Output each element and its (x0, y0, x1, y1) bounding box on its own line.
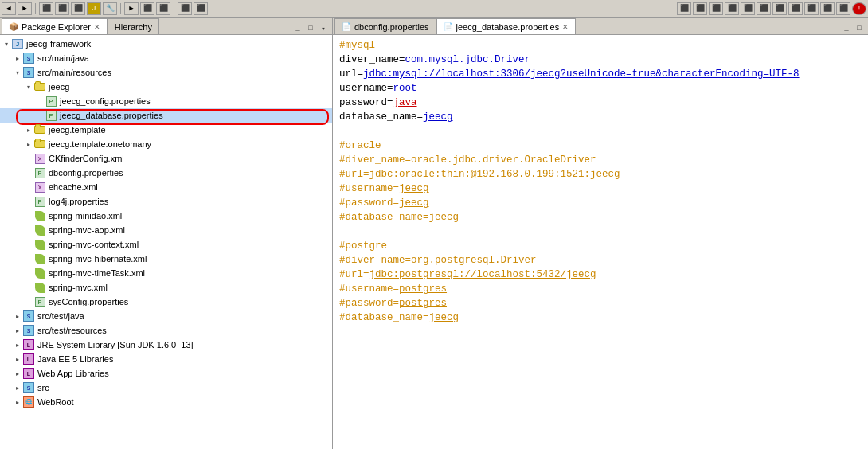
tree-arrow[interactable]: ▸ (13, 383, 22, 392)
tree-arrow[interactable] (24, 154, 33, 163)
tree-item[interactable]: Pjeecg_database.properties (0, 108, 332, 123)
toolbar-btn-19[interactable]: ⬛ (804, 2, 819, 15)
tree-item[interactable]: ▸🌐WebRoot (0, 395, 332, 409)
tree-item[interactable]: Xehcache.xml (0, 180, 332, 194)
tree-arrow[interactable] (24, 197, 33, 206)
tree-item[interactable]: XCKfinderConfig.xml (0, 151, 332, 166)
tree-item[interactable]: Pjeecg_config.properties (0, 94, 332, 108)
toolbar-btn-3[interactable]: ⬛ (71, 2, 85, 15)
back-button[interactable]: ◀ (2, 2, 16, 15)
toolbar-btn-21[interactable]: ⬛ (836, 2, 850, 15)
toolbar-btn-14[interactable]: ⬛ (725, 2, 739, 15)
tree-arrow[interactable]: ▸ (13, 354, 22, 364)
tree-item[interactable]: spring-mvc-hibernate.xml (0, 252, 332, 266)
tree-item[interactable]: Plog4j.properties (0, 194, 332, 209)
toolbar-btn-12[interactable]: ⬛ (693, 2, 707, 15)
tree-item[interactable]: Pdbconfig.properties (0, 166, 332, 180)
tree-arrow[interactable]: ▸ (13, 397, 22, 407)
code-editor[interactable]: #mysqldiver_name=com.mysql.jdbc.Driverur… (333, 35, 868, 449)
maximize-editor-button[interactable]: □ (854, 23, 865, 34)
code-line: #mysql (339, 38, 862, 53)
tree-item[interactable]: ▸LJRE System Library [Sun JDK 1.6.0_13] (0, 338, 332, 352)
jeecg-db-tab-close[interactable]: ✕ (562, 23, 569, 31)
tree-item[interactable]: spring-mvc-timeTask.xml (0, 266, 332, 280)
tree-item[interactable]: ▸jeecg.template (0, 123, 332, 137)
tab-dbconfig[interactable]: 📄 dbconfig.properties (334, 18, 436, 34)
maximize-left-button[interactable]: □ (305, 23, 316, 34)
tree-arrow[interactable]: ▸ (13, 369, 22, 378)
tree-item[interactable]: ▸Ssrc (0, 381, 332, 395)
code-line: username=root (339, 81, 862, 96)
tree-label: jeecg.template (49, 125, 330, 135)
code-line: #database_name=jeecg (339, 310, 862, 325)
toolbar-btn-13[interactable]: ⬛ (709, 2, 723, 15)
toolbar-btn-6[interactable]: ▶ (124, 2, 139, 15)
tree-item[interactable]: ▸Ssrc/test/java (0, 309, 332, 323)
tree-arrow[interactable] (24, 225, 33, 235)
tree-item[interactable]: spring-mvc-context.xml (0, 237, 332, 252)
package-explorer-tab-close[interactable]: ✕ (94, 23, 100, 31)
toolbar-btn-22[interactable]: ! (852, 2, 866, 15)
tree-item[interactable]: PsysConfig.properties (0, 295, 332, 309)
tree-label: spring-mvc-context.xml (49, 240, 330, 249)
toolbar-btn-18[interactable]: ⬛ (788, 2, 803, 15)
toolbar-btn-16[interactable]: ⬛ (757, 2, 771, 15)
package-explorer-tab-label: Package Explorer (22, 22, 91, 32)
tree-arrow[interactable] (24, 268, 33, 278)
tree-arrow[interactable]: ▾ (2, 39, 11, 49)
tree-item[interactable]: spring-mvc-aop.xml (0, 223, 332, 237)
tree-item[interactable]: ▾Ssrc/main/resources (0, 65, 332, 80)
forward-button[interactable]: ▶ (18, 2, 32, 15)
tab-jeecg-database[interactable]: 📄 jeecg_database.properties ✕ (436, 18, 577, 34)
tree-arrow[interactable] (24, 283, 33, 292)
toolbar-btn-4[interactable]: J (87, 2, 101, 15)
toolbar-btn-17[interactable]: ⬛ (772, 2, 787, 15)
tree-item[interactable]: ▸LWeb App Libraries (0, 366, 332, 381)
tree-arrow[interactable]: ▾ (13, 68, 22, 77)
tree-arrow[interactable] (24, 168, 33, 178)
tree-arrow[interactable]: ▾ (24, 82, 33, 92)
tree-item[interactable]: ▸LJava EE 5 Libraries (0, 352, 332, 366)
tree-item[interactable]: ▸jeecg.template.onetomany (0, 137, 332, 151)
tree-arrow[interactable] (35, 96, 45, 106)
toolbar-btn-10[interactable]: ⬛ (194, 2, 208, 15)
code-line: #oracle (339, 139, 862, 153)
toolbar-divider2 (120, 3, 121, 14)
tree-arrow[interactable]: ▸ (13, 311, 22, 321)
tree-arrow[interactable]: ▸ (24, 125, 33, 135)
code-line: url=jdbc:mysql://localhost:3306/jeecg?us… (339, 67, 862, 81)
toolbar-btn-20[interactable]: ⬛ (820, 2, 835, 15)
toolbar-btn-15[interactable]: ⬛ (741, 2, 755, 15)
toolbar-btn-8[interactable]: ⬛ (156, 2, 170, 15)
code-line: database_name=jeecg (339, 110, 862, 124)
tree-icon-props: P (33, 295, 46, 308)
toolbar-btn-7[interactable]: ⬛ (140, 2, 154, 15)
minimize-editor-button[interactable]: _ (841, 23, 852, 34)
tab-hierarchy[interactable]: Hierarchy (108, 18, 159, 34)
tree-arrow[interactable] (24, 182, 33, 192)
tree-item[interactable]: spring-mvc.xml (0, 280, 332, 295)
tree-arrow[interactable]: ▸ (13, 326, 22, 335)
tree-arrow[interactable]: ▸ (13, 53, 22, 63)
tree-item[interactable]: spring-minidao.xml (0, 209, 332, 223)
minimize-left-button[interactable]: _ (292, 23, 303, 34)
tree-item[interactable]: ▾Jjeecg-framework (0, 37, 332, 51)
tree-item[interactable]: ▾jeecg (0, 80, 332, 94)
tree-arrow[interactable] (24, 211, 33, 221)
toolbar-btn-5[interactable]: 🔧 (103, 2, 117, 15)
tree-arrow[interactable] (24, 254, 33, 264)
tree-label: jeecg (49, 82, 330, 92)
tree-item[interactable]: ▸Ssrc/main/java (0, 51, 332, 65)
tree-arrow[interactable] (35, 111, 45, 120)
tree-item[interactable]: ▸Ssrc/test/resources (0, 323, 332, 338)
tree-arrow[interactable]: ▸ (13, 340, 22, 349)
collapse-left-button[interactable]: ▾ (318, 23, 329, 34)
toolbar-btn-11[interactable]: ⬛ (677, 2, 691, 15)
tree-arrow[interactable] (24, 297, 33, 306)
toolbar-btn-9[interactable]: ⬛ (178, 2, 192, 15)
toolbar-btn-1[interactable]: ⬛ (39, 2, 53, 15)
toolbar-btn-2[interactable]: ⬛ (55, 2, 69, 15)
tree-arrow[interactable] (24, 240, 33, 249)
tree-arrow[interactable]: ▸ (24, 139, 33, 149)
tab-package-explorer[interactable]: 📦 Package Explorer ✕ (2, 18, 108, 34)
